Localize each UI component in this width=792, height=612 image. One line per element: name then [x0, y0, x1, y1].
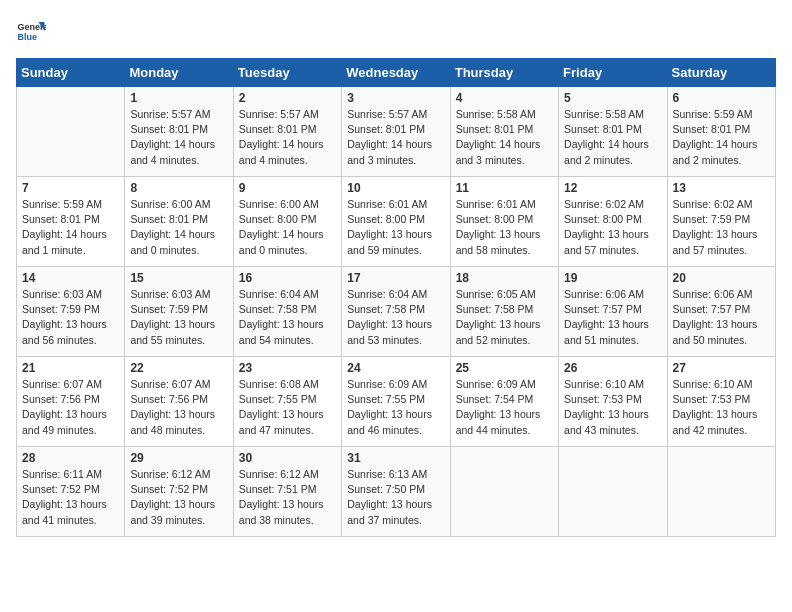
day-number: 18: [456, 271, 553, 285]
day-number: 22: [130, 361, 227, 375]
cell-content: Sunrise: 6:12 AMSunset: 7:51 PMDaylight:…: [239, 467, 336, 528]
calendar-cell: 29Sunrise: 6:12 AMSunset: 7:52 PMDayligh…: [125, 447, 233, 537]
calendar-cell: 30Sunrise: 6:12 AMSunset: 7:51 PMDayligh…: [233, 447, 341, 537]
cell-content: Sunrise: 6:10 AMSunset: 7:53 PMDaylight:…: [564, 377, 661, 438]
cell-content: Sunrise: 6:07 AMSunset: 7:56 PMDaylight:…: [22, 377, 119, 438]
day-number: 5: [564, 91, 661, 105]
day-number: 19: [564, 271, 661, 285]
calendar-cell: 31Sunrise: 6:13 AMSunset: 7:50 PMDayligh…: [342, 447, 450, 537]
day-number: 15: [130, 271, 227, 285]
calendar-week-row: 7Sunrise: 5:59 AMSunset: 8:01 PMDaylight…: [17, 177, 776, 267]
day-number: 1: [130, 91, 227, 105]
calendar-cell: 3Sunrise: 5:57 AMSunset: 8:01 PMDaylight…: [342, 87, 450, 177]
day-number: 26: [564, 361, 661, 375]
calendar-cell: 4Sunrise: 5:58 AMSunset: 8:01 PMDaylight…: [450, 87, 558, 177]
cell-content: Sunrise: 6:03 AMSunset: 7:59 PMDaylight:…: [22, 287, 119, 348]
calendar-cell: 25Sunrise: 6:09 AMSunset: 7:54 PMDayligh…: [450, 357, 558, 447]
logo: General Blue: [16, 16, 46, 46]
calendar-cell: 7Sunrise: 5:59 AMSunset: 8:01 PMDaylight…: [17, 177, 125, 267]
cell-content: Sunrise: 5:57 AMSunset: 8:01 PMDaylight:…: [347, 107, 444, 168]
day-number: 30: [239, 451, 336, 465]
cell-content: Sunrise: 5:57 AMSunset: 8:01 PMDaylight:…: [239, 107, 336, 168]
day-number: 20: [673, 271, 770, 285]
calendar-cell: 23Sunrise: 6:08 AMSunset: 7:55 PMDayligh…: [233, 357, 341, 447]
day-header-tuesday: Tuesday: [233, 59, 341, 87]
cell-content: Sunrise: 6:03 AMSunset: 7:59 PMDaylight:…: [130, 287, 227, 348]
calendar-cell: 16Sunrise: 6:04 AMSunset: 7:58 PMDayligh…: [233, 267, 341, 357]
day-number: 14: [22, 271, 119, 285]
calendar-week-row: 21Sunrise: 6:07 AMSunset: 7:56 PMDayligh…: [17, 357, 776, 447]
day-number: 25: [456, 361, 553, 375]
calendar-cell: [17, 87, 125, 177]
calendar-cell: 19Sunrise: 6:06 AMSunset: 7:57 PMDayligh…: [559, 267, 667, 357]
day-number: 7: [22, 181, 119, 195]
day-number: 10: [347, 181, 444, 195]
calendar-cell: 1Sunrise: 5:57 AMSunset: 8:01 PMDaylight…: [125, 87, 233, 177]
calendar-cell: 20Sunrise: 6:06 AMSunset: 7:57 PMDayligh…: [667, 267, 775, 357]
cell-content: Sunrise: 6:02 AMSunset: 7:59 PMDaylight:…: [673, 197, 770, 258]
calendar-cell: 11Sunrise: 6:01 AMSunset: 8:00 PMDayligh…: [450, 177, 558, 267]
calendar-cell: 18Sunrise: 6:05 AMSunset: 7:58 PMDayligh…: [450, 267, 558, 357]
day-header-thursday: Thursday: [450, 59, 558, 87]
day-number: 24: [347, 361, 444, 375]
day-number: 17: [347, 271, 444, 285]
cell-content: Sunrise: 6:12 AMSunset: 7:52 PMDaylight:…: [130, 467, 227, 528]
calendar-cell: 15Sunrise: 6:03 AMSunset: 7:59 PMDayligh…: [125, 267, 233, 357]
calendar-cell: 9Sunrise: 6:00 AMSunset: 8:00 PMDaylight…: [233, 177, 341, 267]
calendar-week-row: 28Sunrise: 6:11 AMSunset: 7:52 PMDayligh…: [17, 447, 776, 537]
day-number: 16: [239, 271, 336, 285]
calendar-cell: 22Sunrise: 6:07 AMSunset: 7:56 PMDayligh…: [125, 357, 233, 447]
calendar-week-row: 14Sunrise: 6:03 AMSunset: 7:59 PMDayligh…: [17, 267, 776, 357]
logo-icon: General Blue: [16, 16, 46, 46]
calendar-header-row: SundayMondayTuesdayWednesdayThursdayFrid…: [17, 59, 776, 87]
cell-content: Sunrise: 5:58 AMSunset: 8:01 PMDaylight:…: [456, 107, 553, 168]
cell-content: Sunrise: 6:08 AMSunset: 7:55 PMDaylight:…: [239, 377, 336, 438]
calendar-cell: 13Sunrise: 6:02 AMSunset: 7:59 PMDayligh…: [667, 177, 775, 267]
calendar-cell: 5Sunrise: 5:58 AMSunset: 8:01 PMDaylight…: [559, 87, 667, 177]
calendar-cell: 10Sunrise: 6:01 AMSunset: 8:00 PMDayligh…: [342, 177, 450, 267]
calendar-cell: [559, 447, 667, 537]
day-header-sunday: Sunday: [17, 59, 125, 87]
day-number: 31: [347, 451, 444, 465]
day-number: 6: [673, 91, 770, 105]
cell-content: Sunrise: 6:11 AMSunset: 7:52 PMDaylight:…: [22, 467, 119, 528]
cell-content: Sunrise: 6:09 AMSunset: 7:54 PMDaylight:…: [456, 377, 553, 438]
day-number: 4: [456, 91, 553, 105]
cell-content: Sunrise: 6:13 AMSunset: 7:50 PMDaylight:…: [347, 467, 444, 528]
day-header-monday: Monday: [125, 59, 233, 87]
day-number: 9: [239, 181, 336, 195]
cell-content: Sunrise: 6:04 AMSunset: 7:58 PMDaylight:…: [239, 287, 336, 348]
calendar-cell: 2Sunrise: 5:57 AMSunset: 8:01 PMDaylight…: [233, 87, 341, 177]
calendar-cell: 12Sunrise: 6:02 AMSunset: 8:00 PMDayligh…: [559, 177, 667, 267]
day-number: 12: [564, 181, 661, 195]
calendar-cell: 26Sunrise: 6:10 AMSunset: 7:53 PMDayligh…: [559, 357, 667, 447]
cell-content: Sunrise: 6:01 AMSunset: 8:00 PMDaylight:…: [347, 197, 444, 258]
cell-content: Sunrise: 6:10 AMSunset: 7:53 PMDaylight:…: [673, 377, 770, 438]
calendar-cell: 17Sunrise: 6:04 AMSunset: 7:58 PMDayligh…: [342, 267, 450, 357]
calendar-cell: 8Sunrise: 6:00 AMSunset: 8:01 PMDaylight…: [125, 177, 233, 267]
calendar-cell: 21Sunrise: 6:07 AMSunset: 7:56 PMDayligh…: [17, 357, 125, 447]
cell-content: Sunrise: 6:00 AMSunset: 8:00 PMDaylight:…: [239, 197, 336, 258]
calendar-cell: [667, 447, 775, 537]
cell-content: Sunrise: 5:58 AMSunset: 8:01 PMDaylight:…: [564, 107, 661, 168]
day-number: 13: [673, 181, 770, 195]
cell-content: Sunrise: 5:57 AMSunset: 8:01 PMDaylight:…: [130, 107, 227, 168]
day-number: 23: [239, 361, 336, 375]
day-number: 28: [22, 451, 119, 465]
cell-content: Sunrise: 6:06 AMSunset: 7:57 PMDaylight:…: [673, 287, 770, 348]
cell-content: Sunrise: 6:04 AMSunset: 7:58 PMDaylight:…: [347, 287, 444, 348]
calendar-cell: [450, 447, 558, 537]
calendar-cell: 27Sunrise: 6:10 AMSunset: 7:53 PMDayligh…: [667, 357, 775, 447]
cell-content: Sunrise: 6:09 AMSunset: 7:55 PMDaylight:…: [347, 377, 444, 438]
calendar-cell: 24Sunrise: 6:09 AMSunset: 7:55 PMDayligh…: [342, 357, 450, 447]
svg-text:Blue: Blue: [18, 32, 38, 42]
calendar-table: SundayMondayTuesdayWednesdayThursdayFrid…: [16, 58, 776, 537]
cell-content: Sunrise: 6:01 AMSunset: 8:00 PMDaylight:…: [456, 197, 553, 258]
cell-content: Sunrise: 5:59 AMSunset: 8:01 PMDaylight:…: [673, 107, 770, 168]
cell-content: Sunrise: 6:05 AMSunset: 7:58 PMDaylight:…: [456, 287, 553, 348]
calendar-cell: 14Sunrise: 6:03 AMSunset: 7:59 PMDayligh…: [17, 267, 125, 357]
day-number: 27: [673, 361, 770, 375]
day-header-saturday: Saturday: [667, 59, 775, 87]
cell-content: Sunrise: 6:00 AMSunset: 8:01 PMDaylight:…: [130, 197, 227, 258]
cell-content: Sunrise: 6:02 AMSunset: 8:00 PMDaylight:…: [564, 197, 661, 258]
